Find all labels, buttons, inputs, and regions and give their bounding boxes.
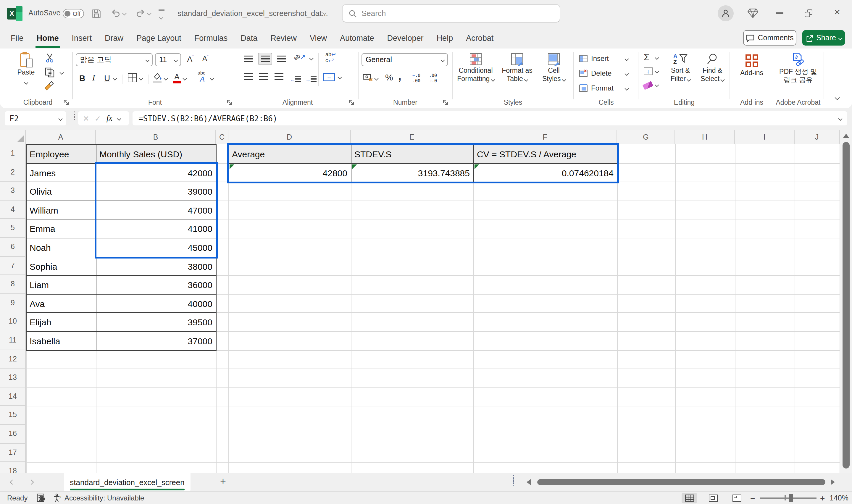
- comments-button[interactable]: Comments: [743, 30, 796, 46]
- scroll-right-icon[interactable]: [831, 479, 835, 485]
- fill-color-icon[interactable]: [153, 72, 162, 83]
- delete-cells-button[interactable]: × Delete: [579, 69, 612, 77]
- premium-diamond-icon[interactable]: [747, 8, 759, 18]
- next-sheet-icon[interactable]: [29, 480, 34, 485]
- tab-acrobat[interactable]: Acrobat: [465, 28, 495, 48]
- cell-B2[interactable]: 42000: [96, 163, 217, 182]
- zoom-slider-track[interactable]: [760, 498, 816, 498]
- tab-page-layout[interactable]: Page Layout: [135, 28, 183, 48]
- spreadsheet-grid[interactable]: ABCDEFGHIJ123456789101112131415161718Emp…: [0, 130, 852, 473]
- cell-E2[interactable]: 3193.743885: [351, 163, 474, 182]
- zoom-level[interactable]: 140%: [830, 494, 849, 502]
- tab-view[interactable]: View: [309, 28, 328, 48]
- row-header-7[interactable]: 7: [0, 256, 26, 275]
- format-dropdown-icon[interactable]: [625, 86, 629, 90]
- wrap-text-icon[interactable]: ab↩c⮐: [325, 52, 336, 63]
- row-header-12[interactable]: 12: [0, 350, 26, 368]
- cell-A2[interactable]: James: [26, 163, 96, 182]
- orientation-dropdown-icon[interactable]: [309, 56, 313, 60]
- middle-align-icon[interactable]: [258, 53, 272, 65]
- close-button[interactable]: ×: [834, 6, 840, 18]
- clear-icon[interactable]: [642, 81, 653, 90]
- cell-A6[interactable]: Noah: [26, 238, 96, 257]
- find-select-button[interactable]: Find &Select: [698, 53, 727, 83]
- cell-A9[interactable]: Ava: [26, 294, 96, 313]
- phonetic-dropdown-icon[interactable]: [210, 76, 214, 80]
- vertical-scroll-thumb[interactable]: [842, 142, 849, 468]
- share-button[interactable]: Share: [802, 30, 845, 46]
- prev-sheet-icon[interactable]: [10, 480, 15, 485]
- conditional-formatting-button[interactable]: ConditionalFormatting: [454, 53, 497, 83]
- save-icon[interactable]: [91, 8, 102, 19]
- macro-record-icon[interactable]: [37, 493, 46, 502]
- fill-color-dropdown-icon[interactable]: [164, 76, 168, 80]
- bottom-align-icon[interactable]: [277, 56, 286, 62]
- vertical-scrollbar[interactable]: [839, 130, 852, 473]
- restore-button[interactable]: [805, 10, 812, 17]
- undo-button[interactable]: [110, 8, 121, 19]
- zoom-in-icon[interactable]: +: [820, 493, 825, 503]
- autosave-toggle[interactable]: Off: [63, 9, 84, 18]
- cell-A7[interactable]: Sophia: [26, 256, 96, 276]
- number-format-select[interactable]: General: [362, 53, 448, 66]
- cell-B3[interactable]: 39000: [96, 182, 217, 201]
- column-header-D[interactable]: D: [229, 130, 351, 144]
- addins-button[interactable]: Add-ins: [732, 54, 772, 77]
- cell-E1[interactable]: STDEV.S: [351, 144, 474, 164]
- insert-dropdown-icon[interactable]: [625, 57, 629, 61]
- align-left-icon[interactable]: [244, 73, 253, 80]
- undo-dropdown-icon[interactable]: [123, 11, 126, 15]
- row-header-11[interactable]: 11: [0, 331, 26, 350]
- search-box[interactable]: [342, 4, 560, 22]
- scrollbar-splitter-handle[interactable]: ⋮⋮⋮: [510, 476, 516, 485]
- format-painter-button[interactable]: [44, 80, 54, 91]
- accounting-format-icon[interactable]: [363, 73, 373, 82]
- tab-review[interactable]: Review: [269, 28, 298, 48]
- sheet-tab-active[interactable]: standard_deviation_excel_screen: [64, 473, 191, 491]
- tab-automate[interactable]: Automate: [339, 28, 376, 48]
- account-avatar[interactable]: [718, 5, 734, 21]
- cell-B1[interactable]: Monthly Sales (USD): [96, 144, 217, 164]
- clipboard-dialog-launcher-icon[interactable]: [63, 100, 69, 105]
- tab-draw[interactable]: Draw: [104, 28, 125, 48]
- font-color-dropdown-icon[interactable]: [183, 76, 187, 80]
- column-header-H[interactable]: H: [675, 130, 735, 144]
- quick-access-overflow-icon[interactable]: [159, 10, 166, 22]
- page-layout-view-button[interactable]: [705, 493, 721, 503]
- decrease-decimal-icon[interactable]: .00→.0: [429, 73, 437, 84]
- fill-icon[interactable]: ↓: [644, 68, 653, 75]
- tab-home[interactable]: Home: [36, 28, 60, 48]
- top-align-icon[interactable]: [244, 56, 253, 62]
- cell-A3[interactable]: Olivia: [26, 182, 96, 201]
- cell-F1[interactable]: CV = STDEV.S / Average: [473, 144, 618, 164]
- formula-bar-drag-handle[interactable]: ⋮⋮: [71, 113, 78, 119]
- cell-B10[interactable]: 39500: [96, 313, 217, 332]
- row-header-6[interactable]: 6: [0, 238, 26, 256]
- autosum-dropdown-icon[interactable]: [655, 56, 659, 59]
- cell-B7[interactable]: 38000: [96, 256, 217, 276]
- zoom-out-icon[interactable]: −: [750, 493, 755, 503]
- insert-function-icon[interactable]: fx: [107, 113, 112, 123]
- cell-B8[interactable]: 36000: [96, 275, 217, 294]
- enter-formula-icon[interactable]: ✓: [95, 114, 101, 123]
- row-header-9[interactable]: 9: [0, 294, 26, 313]
- search-input[interactable]: [362, 9, 539, 18]
- bold-button[interactable]: B: [79, 73, 85, 83]
- accessibility-status[interactable]: ? Accessibility: Unavailable: [53, 493, 144, 502]
- phonetic-guide-icon[interactable]: abc A: [198, 71, 205, 83]
- cell-A5[interactable]: Emma: [26, 219, 96, 238]
- tab-help[interactable]: Help: [435, 28, 454, 48]
- cell-B5[interactable]: 41000: [96, 219, 217, 238]
- document-title[interactable]: standard_deviation_excel_screenshot_dat.…: [178, 9, 328, 18]
- column-header-E[interactable]: E: [351, 130, 473, 144]
- italic-button[interactable]: I: [92, 73, 95, 83]
- cell-F2[interactable]: 0.074620184: [473, 163, 618, 182]
- collapse-ribbon-icon[interactable]: [835, 95, 840, 100]
- align-center-icon[interactable]: [259, 73, 268, 80]
- copy-button[interactable]: [45, 68, 54, 77]
- borders-icon[interactable]: [128, 73, 137, 82]
- row-header-8[interactable]: 8: [0, 275, 26, 294]
- format-as-table-button[interactable]: Format asTable: [500, 53, 535, 83]
- column-header-B[interactable]: B: [96, 130, 216, 144]
- font-name-select[interactable]: 맑은 고딕: [76, 53, 153, 66]
